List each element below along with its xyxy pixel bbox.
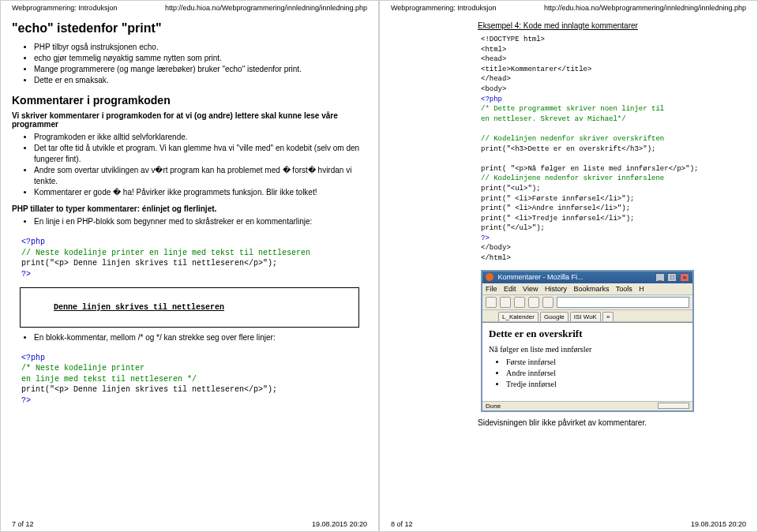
menu-view[interactable]: View [523,285,538,293]
code-line: </body> [481,243,746,253]
window-controls: _ □ × [655,273,689,282]
status-text: Done [486,403,501,410]
code-comment: /* Neste kodelinje printer [21,364,144,373]
maximize-icon[interactable]: □ [667,273,677,282]
page-right: Webprogrammering: Introduksjon http://ed… [379,0,758,532]
code-comment: // Kodelinjene nedenfor skriver innførsl… [481,174,746,184]
doc-title: Webprogrammering: Introduksjon [12,4,117,12]
code-block-2: <?php /* Neste kodelinje printer en linj… [20,350,367,410]
code-blank [481,154,746,164]
list-item: Det tar ofte tid å utvikle et program. V… [34,143,367,165]
bookmark-item[interactable]: Google [540,312,568,321]
code-comment: en nettleser. Skrevet av Michael*/ [481,114,746,125]
example-title: Eksempel 4: Kode med innlagte kommentare… [478,21,746,30]
code-line: </head> [481,74,746,84]
header-bar: Webprogrammering: Introduksjon http://ed… [12,4,367,12]
code-line: print("</ul>"); [481,223,746,234]
code-line: </html> [481,253,746,264]
list-item: Andre innførsel [506,368,686,379]
code-block-1: <?php // Neste kodelinje printer en linj… [20,234,367,283]
content-heading: Dette er en overskrift [489,328,686,340]
progress-icon [658,403,689,409]
code-example-4: <!DOCTYPE html> <html> <head> <title>Kom… [481,35,746,264]
code-line: <!DOCTYPE html> [481,35,746,45]
browser-menu: File Edit View History Bookmarks Tools H [482,283,692,295]
footer: 8 of 12 19.08.2015 20:20 [391,520,746,528]
list-item: Tredje innførsel [506,379,686,390]
code-line: <body> [481,84,746,95]
menu-edit[interactable]: Edit [504,285,516,293]
list-item: echo gjør temmelig nøyaktig samme nytten… [34,53,367,64]
reload-icon[interactable] [514,297,525,308]
code-line: print(" <li>Første innførsel</li>"); [481,194,746,204]
stop-icon[interactable] [528,297,539,308]
browser-toolbar [482,295,692,310]
bookmark-item[interactable]: L_Kalender [498,312,538,321]
php-close: ?> [21,396,31,405]
code-blank [481,124,746,134]
bookmark-bar: L_Kalender Google ISI WoK » [482,310,692,322]
list-item: Kommentarer er gode � ha! Påvirker ikke … [34,187,367,198]
doc-url: http://edu.hioa.no/Webprogrammering/innl… [165,4,367,12]
php-open: <?php [21,354,45,362]
timestamp: 19.08.2015 20:20 [312,520,367,528]
page-left: Webprogrammering: Introduksjon http://ed… [0,0,379,532]
heading-echo: "echo" istedenfor "print" [12,21,367,36]
list-item: Andre som overtar utviklingen av v�rt pr… [34,165,367,187]
heading-kommentarer: Kommentarer i programkoden [12,94,367,107]
code-line: <html> [481,45,746,55]
php-open: <?php [21,238,45,246]
browser-titlebar: Kommentarer - Mozilla Fi... _ □ × [482,272,692,283]
minimize-icon[interactable]: _ [655,273,665,282]
block-comment-list: En blokk-kommentar, mellom /* og */ kan … [34,332,367,343]
header-bar: Webprogrammering: Introduksjon http://ed… [391,4,746,12]
code-line: print("<p> Denne linjen skrives til nett… [21,259,277,268]
list-item: En linje i en PHP-blokk som begynner med… [34,216,367,227]
menu-help[interactable]: H [639,285,644,293]
output-box-1: Denne linjen skrives til nettleseren [20,287,359,328]
back-icon[interactable] [486,297,497,308]
list-item: Dette er en smaksak. [34,75,367,86]
content-list: Første innførsel Andre innførsel Tredje … [506,357,686,390]
doc-url: http://edu.hioa.no/Webprogrammering/innl… [544,4,746,12]
output-line: Denne linjen skrives til nettleseren [54,303,224,312]
menu-history[interactable]: History [545,285,567,293]
list-item: Første innførsel [506,357,686,368]
bookmark-item[interactable]: ISI WoK [570,312,601,321]
closing-text: Sidevisningen blir ikke påvirket av komm… [478,418,746,427]
browser-title-text: Kommentarer - Mozilla Fi... [498,273,584,281]
page-number: 8 of 12 [391,520,413,528]
code-comment: // Kodelinjen nedenfor skriver overskrif… [481,134,746,144]
code-comment: /* Dette programmet skriver noen linjer … [481,104,746,114]
code-line: print( "<p>Nå følger en liste med innfør… [481,164,746,174]
browser-preview: Kommentarer - Mozilla Fi... _ □ × File E… [481,270,694,412]
comment-list: Programkoden er ikke alltid selvforklare… [34,132,367,198]
menu-file[interactable]: File [486,285,497,293]
footer: 7 of 12 19.08.2015 20:20 [12,520,367,528]
code-comment: // Neste kodelinje printer en linje med … [21,249,310,257]
browser-statusbar: Done [482,401,692,410]
menu-tools[interactable]: Tools [616,285,632,293]
one-line-list: En linje i en PHP-blokk som begynner med… [34,216,367,227]
code-line: print("<p> Denne linjen skrives til nett… [21,385,277,394]
menu-bookmarks[interactable]: Bookmarks [573,285,609,293]
firefox-icon [486,273,493,281]
php-open: <?php [481,95,746,105]
content-paragraph: Nå følger en liste med innførsler [489,345,686,354]
bookmark-overflow[interactable]: » [602,312,614,321]
code-line: <head> [481,54,746,65]
close-icon[interactable]: × [680,273,689,282]
list-item: En blokk-kommentar, mellom /* og */ kan … [34,332,367,343]
php-close: ?> [481,234,746,244]
browser-content: Dette er en overskrift Nå følger en list… [482,322,692,401]
browser-title: Kommentarer - Mozilla Fi... [486,273,584,282]
forward-icon[interactable] [500,297,511,308]
home-icon[interactable] [542,297,553,308]
list-item: Mange programmerere (og mange lærebøker)… [34,64,367,75]
list-item: Programkoden er ikke alltid selvforklare… [34,132,367,143]
php-close: ?> [21,270,31,279]
address-bar[interactable] [557,297,689,308]
comment-intro: Vi skriver kommentarer i programkoden fo… [12,111,367,129]
two-types-line: PHP tillater to typer kommentarer: énlin… [12,204,367,213]
code-line: <title>Kommentarer</title> [481,65,746,75]
